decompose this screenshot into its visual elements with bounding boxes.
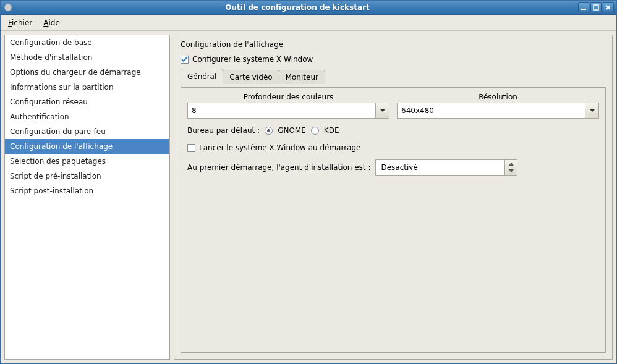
sidebar[interactable]: Configuration de baseMéthode d'installat… (4, 35, 170, 360)
sidebar-item-5[interactable]: Authentification (5, 109, 169, 124)
menu-help[interactable]: Aide (40, 17, 64, 29)
configure-x-label: Configurer le système X Window (192, 55, 313, 64)
chevron-down-icon (375, 103, 389, 118)
desktop-gnome-label: GNOME (278, 126, 306, 135)
minimize-button[interactable] (578, 2, 589, 12)
svg-rect-2 (594, 5, 598, 10)
tab-moniteur[interactable]: Moniteur (279, 70, 325, 84)
sidebar-item-8[interactable]: Sélection des paquetages (5, 154, 169, 169)
titlebar: Outil de configuration de kickstart (1, 1, 616, 15)
firstboot-select[interactable]: Désactivé (375, 159, 517, 176)
maximize-button[interactable] (590, 2, 602, 12)
sidebar-item-10[interactable]: Script post-installation (5, 184, 169, 198)
sidebar-item-0[interactable]: Configuration de base (5, 35, 169, 50)
start-x-checkbox[interactable] (187, 144, 195, 152)
resolution-combo[interactable]: 640x480 (397, 103, 599, 119)
configure-x-checkbox[interactable] (181, 56, 189, 64)
color-depth-combo[interactable]: 8 (187, 103, 389, 119)
resolution-value: 640x480 (398, 103, 585, 118)
desktop-kde-radio[interactable] (311, 127, 319, 135)
sidebar-item-4[interactable]: Configuration réseau (5, 95, 169, 109)
firstboot-label: Au premier démarrage, l'agent d'installa… (187, 163, 370, 172)
resolution-label: Résolution (397, 93, 599, 101)
svg-rect-1 (581, 9, 586, 10)
spin-buttons (504, 160, 517, 175)
sidebar-item-2[interactable]: Options du chargeur de démarrage (5, 65, 169, 80)
tab-carte-vidéo[interactable]: Carte vidéo (223, 70, 279, 84)
chevron-up-icon (505, 160, 517, 167)
sidebar-item-6[interactable]: Configuration du pare-feu (5, 124, 169, 139)
start-x-label: Lancer le système X Window au démarrage (199, 143, 360, 152)
default-desktop-label: Bureau par défaut : (187, 126, 260, 135)
menu-file-rest: ichier (12, 19, 32, 27)
window-title: Outil de configuration de kickstart (17, 3, 578, 12)
sidebar-item-3[interactable]: Informations sur la partition (5, 80, 169, 95)
menu-help-rest: ide (48, 19, 59, 27)
tabs: GénéralCarte vidéoMoniteur (181, 69, 606, 84)
tab-général[interactable]: Général (181, 69, 223, 84)
sidebar-item-9[interactable]: Script de pré-installation (5, 169, 169, 184)
desktop-kde-label: KDE (324, 126, 339, 135)
chevron-down-icon (585, 103, 598, 118)
menu-file[interactable]: Fichier (4, 17, 36, 29)
desktop-gnome-radio[interactable] (265, 127, 273, 135)
sidebar-item-1[interactable]: Méthode d'installation (5, 50, 169, 65)
tab-general-body: Profondeur des couleurs 8 Résolution 640… (181, 87, 606, 353)
firstboot-value: Désactivé (376, 160, 504, 175)
section-title: Configuration de l'affichage (181, 39, 606, 50)
sidebar-item-7[interactable]: Configuration de l'affichage (5, 139, 169, 154)
svg-point-0 (4, 4, 12, 11)
color-depth-label: Profondeur des couleurs (187, 93, 389, 101)
chevron-down-icon (505, 167, 517, 175)
menubar: Fichier Aide (1, 15, 616, 31)
color-depth-value: 8 (188, 103, 375, 118)
close-button[interactable] (603, 2, 614, 12)
app-icon (3, 2, 13, 12)
main-panel: Configuration de l'affichage Configurer … (174, 35, 613, 360)
